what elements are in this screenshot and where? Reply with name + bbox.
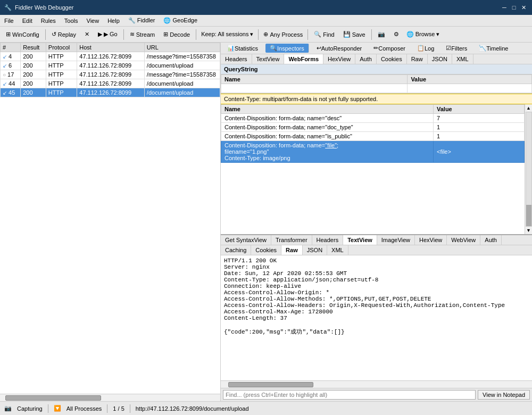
capturing-status: Capturing [17,405,43,412]
scroll-thumb[interactable] [526,205,531,226]
menu-edit[interactable]: Edit [18,15,37,27]
tab-transformer[interactable]: Transformer [271,235,312,245]
find-icon: 🔍 [314,31,321,38]
maximize-button[interactable]: □ [510,3,518,12]
tab-textview[interactable]: TextView [252,54,285,64]
table-row[interactable]: Content-Disposition: form-data; name="do… [221,123,525,132]
tab-log[interactable]: 📋 Log [413,44,438,53]
minimize-button[interactable]: ─ [500,3,509,12]
x-button[interactable]: ✕ [81,28,93,41]
formdata-scroll[interactable]: Name Value Content-Disposition: form-dat… [221,104,525,234]
table-row [221,84,532,93]
tab-auth[interactable]: Auth [355,54,377,64]
tab-raw[interactable]: Raw [407,54,428,64]
tab-xml[interactable]: XML [452,54,473,64]
tab-filters[interactable]: ☑ Filters [442,44,471,53]
tab-cookies[interactable]: Cookies [377,54,407,64]
table-row[interactable]: ↙ 6 200 HTTP 47.112.126.72:8099 /documen… [1,61,220,70]
menu-rules[interactable]: Rules [37,15,60,27]
left-hscrollbar[interactable] [0,394,220,401]
inspectors-icon: 🔍 [270,45,277,52]
querystring-header: QueryString [221,64,532,74]
right-vscrollbar[interactable]: ▲ ▼ [525,104,532,234]
title-bar: 🔧 Fiddler Web Debugger ─ □ ✕ [0,0,532,15]
warning-bar: Content-Type: multipart/form-data is not… [221,94,532,104]
tab-resp-auth[interactable]: Auth [480,235,502,245]
main-layout: # Result Protocol Host URL ↙ 4 200 HTTP … [0,43,532,401]
all-processes-label: All Processes [66,405,102,412]
find-input[interactable] [223,390,476,400]
keep-bar: 📊 Statistics 🔍 Inspectors ↩ AutoResponde… [221,43,532,54]
menu-geoedge[interactable]: 🌐 GeoEdge [159,15,202,27]
left-panel: # Result Protocol Host URL ↙ 4 200 HTTP … [0,43,221,401]
toolbar-sep-3 [196,29,196,40]
querystring-table-area: Name Value [221,74,532,94]
browse-button[interactable]: 🌐 Browse ▾ [404,28,443,41]
hscroll-thumb[interactable] [5,395,101,401]
fd-name-col: Name [221,105,434,114]
scroll-track[interactable] [526,112,532,227]
menu-fiddler[interactable]: 🔧 Fiddler [124,15,160,27]
tab-resp-headers[interactable]: Headers [312,235,344,245]
table-row[interactable]: ↙ 44 200 HTTP 47.112.126.72:8099 /docume… [1,79,220,88]
tab-autoresponder[interactable]: ↩ AutoResponder [312,44,366,53]
capturing-icon: 📷 [4,405,12,412]
close-button[interactable]: ✕ [519,3,528,12]
filters-icon: ☑ [446,45,451,52]
menu-file[interactable]: File [0,15,18,27]
menu-tools[interactable]: Tools [60,15,82,27]
tab-composer[interactable]: ✏ Composer [369,44,410,53]
snapshot-button[interactable]: 📷 [374,28,389,41]
tab-sub-cookies[interactable]: Cookies [251,245,281,255]
replay-button[interactable]: ↺ Replay [48,28,80,41]
log-icon: 📋 [417,45,425,52]
tab-sub-json[interactable]: JSON [303,245,327,255]
stats-icon: 📊 [227,45,235,52]
save-button[interactable]: 💾 Save [339,28,369,41]
table-row[interactable]: Content-Disposition: form-data; name="fi… [221,141,525,163]
right-panel: 📊 Statistics 🔍 Inspectors ↩ AutoResponde… [221,43,532,401]
sessions-table[interactable]: # Result Protocol Host URL ↙ 4 200 HTTP … [0,43,220,394]
table-row[interactable]: ↙ 4 200 HTTP 47.112.126.72:8099 /message… [1,52,220,61]
table-row[interactable]: Content-Disposition: form-data; name="de… [221,114,525,123]
status-sep-1 [48,404,48,413]
tab-webforms[interactable]: WebForms [284,54,323,64]
status-sep-2 [107,404,107,413]
table-row[interactable]: ○ 17 200 HTTP 47.112.126.72:8099 /messag… [1,70,220,79]
find-button[interactable]: 🔍 Find [310,28,338,41]
tab-hexview-resp[interactable]: HexView [415,235,447,245]
scroll-down-btn[interactable]: ▼ [526,228,531,233]
tab-sub-xml[interactable]: XML [327,245,348,255]
table-row[interactable]: Content-Disposition: form-data; name="is… [221,132,525,141]
view-in-notepad-button[interactable]: View in Notepad [478,390,530,400]
tab-webview[interactable]: WebView [447,235,480,245]
bottom-hscrollbar[interactable] [221,380,532,388]
stream-button[interactable]: ≋ Stream [126,28,159,41]
settings-button[interactable]: ⚙ [390,28,403,41]
tab-headers[interactable]: Headers [221,54,252,64]
tab-sub-raw[interactable]: Raw [281,245,303,255]
menu-view[interactable]: View [82,15,104,27]
toolbar-sep-2 [123,29,124,40]
bottom-hscroll-thumb[interactable] [228,382,313,387]
tab-getsyntaxview[interactable]: Get SyntaxView [221,235,271,245]
tab-timeline[interactable]: 📉 Timeline [475,44,512,53]
go-button[interactable]: ▶ ▶ Go [94,28,121,41]
keep-sessions-dropdown[interactable]: Keep: All sessions ▾ [198,28,256,41]
tab-imageview[interactable]: ImageView [377,235,415,245]
decode-button[interactable]: ⊞ Decode [160,28,194,41]
tab-inspectors[interactable]: 🔍 Inspectors [265,44,309,53]
tab-caching[interactable]: Caching [221,245,251,255]
tab-statistics[interactable]: 📊 Statistics [223,44,262,53]
tab-resp-textview[interactable]: TextView [343,235,377,245]
table-row[interactable]: ↙ 45 200 HTTP 47.112.126.72:8099 /docume… [1,88,220,97]
response-tab-bar: Get SyntaxView Transformer Headers TextV… [221,235,532,245]
col-result: Result [21,43,46,52]
tab-hexview[interactable]: HexView [323,54,355,64]
tab-json[interactable]: JSON [428,54,452,64]
bottom-inspector: Get SyntaxView Transformer Headers TextV… [221,235,532,401]
any-process-button[interactable]: ⊕ Any Process [261,28,305,41]
menu-help[interactable]: Help [103,15,124,27]
winconfig-button[interactable]: ⊞ WinConfig [2,28,43,41]
scroll-up-btn[interactable]: ▲ [526,105,531,111]
